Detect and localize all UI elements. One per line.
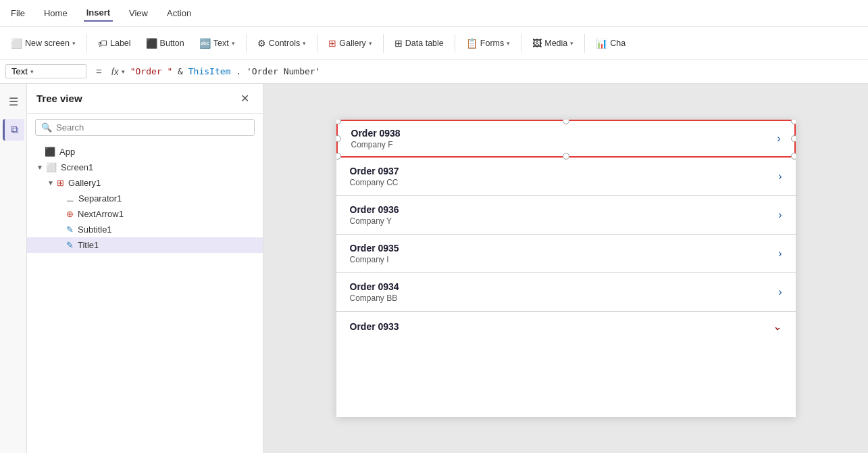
data-table-icon: ⊞ <box>394 38 403 49</box>
gallery-item-arrow-3: › <box>778 247 782 260</box>
tree-panel: Tree view ✕ 🔍 ▶ ⬛ App ▼ ⬜ Screen1 <box>27 84 263 453</box>
gallery-item-title-0: Order 0938 <box>351 128 401 139</box>
main-layout: ☰ ⧉ Tree view ✕ 🔍 ▶ ⬛ App ▼ ⬜ Sc <box>0 84 868 453</box>
gallery-item-subtitle-4: Company BB <box>350 293 399 303</box>
tree-item-app[interactable]: ▶ ⬛ App <box>27 144 263 160</box>
tree-item-subtitle1[interactable]: ▶ ✎ Subtitle1 <box>27 222 263 237</box>
gallery-item-subtitle-3: Company I <box>350 255 399 264</box>
gallery-item-arrow-4: › <box>778 286 782 298</box>
subtitle-icon: ✎ <box>66 224 74 235</box>
formula-bar: Text ▾ = fx ▾ "Order " & ThisItem . 'Ord… <box>0 59 868 84</box>
tree-content: ▶ ⬛ App ▼ ⬜ Screen1 ▼ ⊞ Gallery1 ▶ <box>27 141 263 453</box>
gallery-item-title-5: Order 0933 <box>350 321 399 332</box>
search-icon: 🔍 <box>41 122 52 133</box>
gallery-item-title-4: Order 0934 <box>350 281 399 292</box>
gallery-item-5[interactable]: Order 0933 ⌄ <box>336 312 796 341</box>
gallery-item-arrow-0: › <box>777 133 780 145</box>
label-icon: 🏷 <box>98 38 107 49</box>
menu-action[interactable]: Action <box>164 5 194 21</box>
text-button[interactable]: 🔤 Text ▾ <box>194 35 240 51</box>
gallery-item-1[interactable]: Order 0937 Company CC › <box>336 158 796 196</box>
search-input[interactable] <box>56 122 249 133</box>
sidebar-icons: ☰ ⧉ <box>0 84 27 453</box>
tree-title: Tree view <box>36 93 82 104</box>
gallery-item-title-3: Order 0935 <box>350 243 399 254</box>
toolbar-sep-1 <box>86 34 87 53</box>
search-box[interactable]: 🔍 <box>35 119 255 136</box>
app-preview: Order 0938 Company F › <box>336 120 796 417</box>
gallery-item-arrow-1: › <box>778 170 782 183</box>
charts-icon: 📊 <box>596 38 607 49</box>
label-button[interactable]: 🏷 Label <box>93 35 136 51</box>
tree-item-title1[interactable]: ▶ ✎ Title1 <box>27 237 263 253</box>
tree-item-separator1[interactable]: ▶ ⚊ Separator1 <box>27 191 263 206</box>
forms-icon: 📋 <box>466 38 478 49</box>
menu-insert[interactable]: Insert <box>84 5 113 22</box>
controls-icon: ⚙ <box>257 38 266 49</box>
formula-input[interactable]: "Order " & ThisItem . 'Order Number' <box>130 66 863 76</box>
toolbar: ⬜ New screen ▾ 🏷 Label ⬛ Button 🔤 Text ▾… <box>0 27 868 59</box>
title-icon: ✎ <box>66 240 74 250</box>
charts-button[interactable]: 📊 Cha <box>590 35 631 51</box>
gallery-item-arrow-5: ⌄ <box>772 319 783 333</box>
tree-view-button[interactable]: ⧉ <box>3 119 24 141</box>
gallery-item-arrow-2: › <box>778 209 782 221</box>
tree-item-gallery1[interactable]: ▼ ⊞ Gallery1 <box>27 175 263 191</box>
gallery-item-4[interactable]: Order 0934 Company BB › <box>336 273 796 312</box>
gallery-icon: ⊞ <box>328 38 336 49</box>
button-button[interactable]: ⬛ Button <box>141 35 190 51</box>
app-icon: ⬛ <box>45 147 55 157</box>
canvas-area[interactable]: Order 0938 Company F › <box>263 84 868 453</box>
nextarrow-icon: ⊕ <box>66 209 74 219</box>
controls-button[interactable]: ⚙ Controls ▾ <box>252 35 312 51</box>
data-table-button[interactable]: ⊞ Data table <box>389 35 449 51</box>
gallery-item-subtitle-1: Company CC <box>350 178 399 187</box>
formula-fx[interactable]: fx ▾ <box>111 66 125 77</box>
gallery-button[interactable]: ⊞ Gallery ▾ <box>323 35 378 51</box>
menu-file[interactable]: File <box>8 5 28 21</box>
menu-home[interactable]: Home <box>41 5 70 21</box>
text-icon: 🔤 <box>199 38 211 49</box>
tree-item-screen1[interactable]: ▼ ⬜ Screen1 <box>27 160 263 175</box>
toolbar-sep-6 <box>521 34 521 53</box>
button-icon: ⬛ <box>146 38 157 49</box>
gallery-item-subtitle-0: Company F <box>351 140 401 149</box>
gallery-item-2[interactable]: Order 0936 Company Y › <box>336 196 796 235</box>
toolbar-sep-2 <box>246 34 247 53</box>
media-icon: 🖼 <box>532 38 542 49</box>
forms-button[interactable]: 📋 Forms ▾ <box>461 35 515 51</box>
gallery-item-selected-wrapper[interactable]: Order 0938 Company F › <box>336 120 796 158</box>
new-screen-icon: ⬜ <box>11 38 22 49</box>
gallery-item-title-1: Order 0937 <box>350 166 399 176</box>
tree-header: Tree view ✕ <box>27 84 263 114</box>
formula-equals: = <box>92 66 106 77</box>
new-screen-button[interactable]: ⬜ New screen ▾ <box>5 35 81 51</box>
media-button[interactable]: 🖼 Media ▾ <box>527 35 579 51</box>
tree-close-button[interactable]: ✕ <box>236 91 253 106</box>
gallery1-icon: ⊞ <box>57 178 64 188</box>
toolbar-sep-5 <box>455 34 455 53</box>
gallery-item-subtitle-2: Company Y <box>350 216 399 226</box>
gallery-list: Order 0938 Company F › <box>336 120 796 417</box>
menu-bar: File Home Insert View Action <box>0 0 868 27</box>
separator-icon: ⚊ <box>66 193 74 204</box>
hamburger-menu-button[interactable]: ☰ <box>3 91 24 112</box>
toolbar-sep-3 <box>317 34 317 53</box>
gallery-item-0[interactable]: Order 0938 Company F › <box>338 121 794 156</box>
gallery-item-3[interactable]: Order 0935 Company I › <box>336 235 796 273</box>
gallery-item-title-2: Order 0936 <box>350 204 399 215</box>
tree-item-nextarrow1[interactable]: ▶ ⊕ NextArrow1 <box>27 206 263 222</box>
toolbar-sep-4 <box>383 34 384 53</box>
formula-dropdown[interactable]: Text ▾ <box>5 64 86 78</box>
menu-view[interactable]: View <box>126 5 151 21</box>
screen-icon: ⬜ <box>46 162 57 172</box>
toolbar-sep-7 <box>584 34 585 53</box>
